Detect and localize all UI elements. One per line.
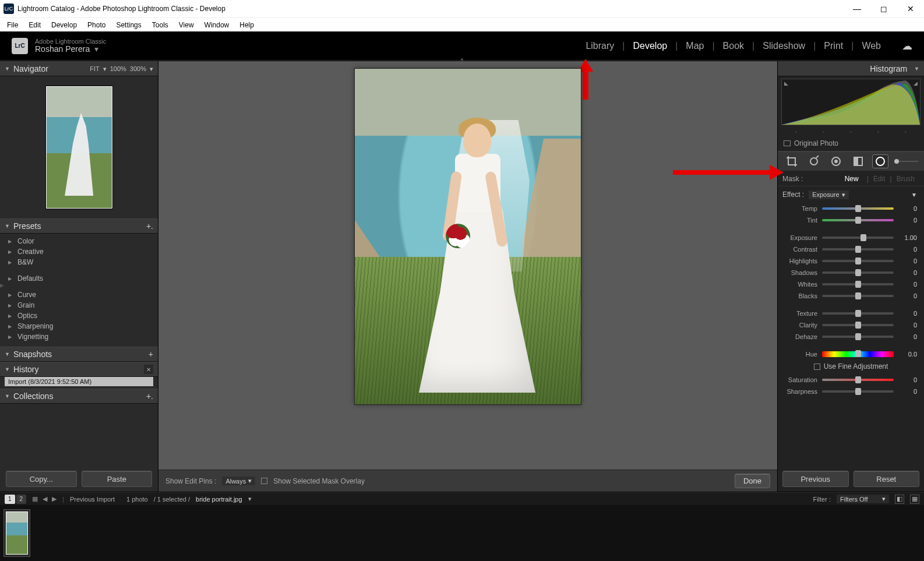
menu-view[interactable]: View: [174, 20, 199, 30]
nav-book[interactable]: Book: [715, 38, 752, 54]
center-canvas[interactable]: Show Edit Pins : Always▾ Show Selected M…: [158, 61, 777, 492]
source-crumb[interactable]: Previous Import: [70, 496, 115, 503]
menu-develop[interactable]: Develop: [47, 20, 82, 30]
nav-map[interactable]: Map: [678, 38, 712, 54]
original-photo-checkbox[interactable]: [784, 140, 791, 146]
prev-photo-icon[interactable]: ◀: [43, 495, 47, 503]
add-preset-icon[interactable]: +.: [146, 221, 153, 231]
slider-blacks[interactable]: Blacks0: [778, 290, 924, 302]
brush-tool-icon[interactable]: [894, 154, 918, 168]
histogram-header[interactable]: Histogram ▼: [778, 61, 924, 76]
slider-clarity[interactable]: Clarity0: [778, 319, 924, 331]
slider-highlights[interactable]: Highlights0: [778, 255, 924, 267]
mask-brush[interactable]: Brush: [897, 175, 915, 183]
left-panel-grip-icon[interactable]: ▶: [0, 277, 4, 294]
original-photo-row[interactable]: Original Photo: [778, 136, 924, 151]
navigator-header[interactable]: ▼ Navigator FIT ▾ 100% 300% ▾: [0, 61, 158, 76]
preset-group[interactable]: ▶Curve: [8, 290, 153, 300]
paste-button[interactable]: Paste: [82, 471, 153, 487]
preset-group[interactable]: ▶Vignetting: [8, 331, 153, 342]
edit-pins-select[interactable]: Always▾: [222, 477, 255, 485]
slider-saturation[interactable]: Saturation0: [778, 374, 924, 386]
histogram-plot[interactable]: ◣ ◢: [781, 79, 921, 125]
slider-exposure[interactable]: Exposure1.00: [778, 232, 924, 244]
menu-window[interactable]: Window: [200, 20, 234, 30]
clip-shadow-icon[interactable]: ◣: [784, 80, 788, 86]
slider-texture[interactable]: Texture0: [778, 308, 924, 319]
slider-contrast[interactable]: Contrast0: [778, 244, 924, 255]
clip-highlight-icon[interactable]: ◢: [914, 80, 918, 86]
preset-group[interactable]: ▶Grain: [8, 300, 153, 311]
grid-view-icon[interactable]: ▦: [32, 495, 38, 503]
cloud-sync-icon[interactable]: ☁: [902, 40, 912, 52]
preset-group[interactable]: ▶Defaults: [8, 273, 153, 284]
nav-web[interactable]: Web: [854, 38, 889, 54]
mask-new[interactable]: New: [845, 175, 859, 183]
window-maximize-button[interactable]: ◻: [870, 0, 897, 17]
fine-adjust-row[interactable]: Use Fine Adjustment: [778, 360, 924, 374]
history-header[interactable]: ▼ History ✕: [0, 362, 158, 377]
chevron-down-icon[interactable]: ▾: [248, 495, 252, 503]
crop-tool-icon[interactable]: [784, 154, 800, 168]
slider-whites[interactable]: Whites0: [778, 278, 924, 290]
snapshots-header[interactable]: ▼ Snapshots +: [0, 347, 158, 362]
add-snapshot-icon[interactable]: +: [149, 350, 153, 359]
fine-adjust-checkbox[interactable]: [814, 364, 820, 370]
secondary-display-toggle[interactable]: 1 2: [5, 495, 26, 504]
done-button[interactable]: Done: [735, 474, 770, 488]
reset-button[interactable]: Reset: [854, 471, 920, 487]
menu-settings[interactable]: Settings: [111, 20, 146, 30]
navigator-zoom-100[interactable]: 100%: [110, 65, 126, 72]
nav-library[interactable]: Library: [577, 38, 622, 54]
menu-file[interactable]: File: [2, 20, 23, 30]
navigator-fit[interactable]: FIT: [90, 65, 100, 72]
menu-edit[interactable]: Edit: [24, 20, 45, 30]
preset-group[interactable]: ▶Optics: [8, 311, 153, 321]
window-close-button[interactable]: ✕: [897, 0, 924, 17]
slider-tint[interactable]: Tint0: [778, 214, 924, 226]
slider-hue[interactable]: Hue 0.0: [778, 348, 924, 360]
next-photo-icon[interactable]: ▶: [52, 495, 57, 503]
navigator-zoom-300[interactable]: 300%: [130, 65, 146, 72]
mask-overlay-checkbox[interactable]: [261, 478, 267, 484]
filmstrip[interactable]: 1: [0, 505, 924, 561]
navigator-preview[interactable]: [0, 76, 158, 218]
nav-print[interactable]: Print: [816, 38, 851, 54]
slider-temp[interactable]: Temp0: [778, 203, 924, 214]
gradient-tool-icon[interactable]: [850, 154, 866, 168]
mask-edit[interactable]: Edit: [873, 175, 886, 183]
identity-menu-chevron-icon[interactable]: ▾: [94, 45, 98, 54]
clear-history-icon[interactable]: ✕: [144, 365, 153, 374]
filter-select[interactable]: Filters Off▾: [837, 495, 889, 503]
window-minimize-button[interactable]: —: [844, 0, 870, 17]
radial-filter-tool-icon[interactable]: [872, 154, 888, 168]
thumb-size-icon[interactable]: ▦: [910, 495, 919, 504]
preset-group[interactable]: ▶B&W: [8, 257, 153, 267]
history-item[interactable]: Import (8/3/2021 9:52:50 AM): [5, 377, 153, 386]
nav-develop[interactable]: Develop: [625, 38, 675, 54]
panel-collapse-icon[interactable]: ▼: [911, 192, 917, 198]
presets-header[interactable]: ▼ Presets +.: [0, 218, 158, 234]
effect-select[interactable]: Exposure▾: [809, 190, 848, 199]
menu-photo[interactable]: Photo: [83, 20, 110, 30]
menu-tools[interactable]: Tools: [147, 20, 173, 30]
slider-sharpness[interactable]: Sharpness0: [778, 386, 924, 397]
add-collection-icon[interactable]: +.: [146, 391, 153, 401]
preset-group[interactable]: ▶Creative: [8, 246, 153, 257]
copy-button[interactable]: Copy...: [6, 471, 77, 487]
previous-button[interactable]: Previous: [782, 471, 849, 487]
filmstrip-thumbnail[interactable]: 1: [3, 509, 30, 557]
collections-header[interactable]: ▼ Collections +.: [0, 389, 158, 404]
slider-dehaze[interactable]: Dehaze0: [778, 331, 924, 343]
chevron-down-icon[interactable]: ▾: [150, 65, 153, 73]
chevron-down-icon[interactable]: ▾: [103, 65, 107, 73]
heal-tool-icon[interactable]: [806, 154, 822, 168]
slider-shadows[interactable]: Shadows0: [778, 267, 924, 278]
nav-slideshow[interactable]: Slideshow: [754, 38, 813, 54]
redeye-tool-icon[interactable]: [828, 154, 844, 168]
file-crumb[interactable]: bride portrait.jpg: [196, 496, 242, 503]
filter-lock-icon[interactable]: ◧: [895, 495, 904, 504]
preset-group[interactable]: ▶Color: [8, 236, 153, 246]
menu-help[interactable]: Help: [235, 20, 259, 30]
preset-group[interactable]: ▶Sharpening: [8, 321, 153, 331]
